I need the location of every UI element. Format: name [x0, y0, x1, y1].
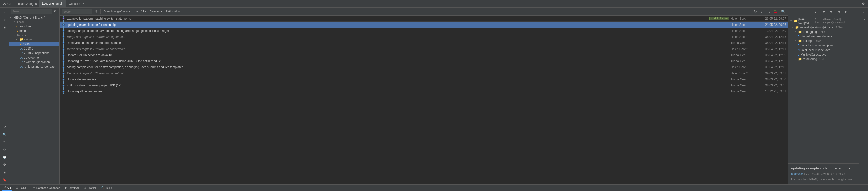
- branch-junit-label: junit-testing-screencast: [24, 65, 55, 69]
- commit-row[interactable]: adding sample code for Javadoc formattin…: [60, 28, 788, 34]
- graph-col: [62, 28, 66, 34]
- commit-row[interactable]: updating example code for recent tips He…: [60, 22, 788, 28]
- debugging-count: 1 file: [819, 30, 825, 33]
- status-todo[interactable]: ☑ TODO: [15, 185, 29, 191]
- file-multiple-carets[interactable]: C MultipleCarets.java: [788, 52, 859, 57]
- branch-icon-dev: ⎇: [20, 56, 23, 59]
- search-left-button[interactable]: 🔍: [1, 131, 8, 138]
- changed-files-panel: ⇤ ↶ ↷ ⊞ ⊟ ≡ ▾ 📁 java-samples 5 files ~/P…: [788, 7, 859, 185]
- branch-sandbox[interactable]: 🏷 sandbox: [9, 24, 59, 29]
- branch-sidebar: ⚙ ▾ HEAD (Current Branch) ▾ Local 🏷 sand…: [9, 7, 60, 185]
- commit-row[interactable]: adding sample code for postfix completio…: [60, 64, 788, 70]
- commit-row[interactable]: Update GitHub actions to Java 18 Trisha …: [60, 52, 788, 58]
- commits-list: example for pattern matching switch stat…: [60, 16, 788, 185]
- expand-left-btn[interactable]: ⇤: [812, 8, 819, 16]
- branch-junit[interactable]: ⎇ junit-testing-screencast: [9, 64, 59, 69]
- local-arrow: ▾: [13, 21, 16, 23]
- refresh-commits-btn[interactable]: ↻: [753, 9, 758, 14]
- folder-refactoring[interactable]: ▾ 📁 refactoring 1 file: [788, 57, 859, 61]
- commit-row[interactable]: Merge pull request #18 from trishagee/ma…: [60, 46, 788, 52]
- src-path[interactable]: ▾ 📁 src/main/java/com/jetbrains 5 files: [788, 25, 859, 30]
- folder-editing[interactable]: ▾ 📁 editing 3 files: [788, 39, 859, 43]
- star-toolbar-button[interactable]: ☆: [1, 146, 8, 153]
- branch-development-label: development: [24, 56, 41, 59]
- branch-main-local[interactable]: ★ main: [9, 29, 59, 33]
- remote-section-header[interactable]: ▾ Remote: [9, 33, 59, 37]
- date-filter[interactable]: Date: All ‣: [149, 9, 163, 13]
- settings-left-button[interactable]: ⚙: [1, 161, 8, 168]
- folder-icon-editing: 📁: [798, 39, 802, 43]
- settings-button[interactable]: ⚙: [860, 0, 867, 7]
- cherrypick-btn[interactable]: 🍒: [773, 9, 779, 14]
- status-terminal[interactable]: ▶ Terminal: [64, 185, 80, 191]
- commit-row[interactable]: Updating all dependencies Trisha Gee 17.…: [60, 88, 788, 94]
- diff-btn[interactable]: ⊞: [835, 8, 842, 16]
- filter-settings-btn[interactable]: ⚙: [93, 9, 98, 14]
- folder-debugging[interactable]: ▾ 📁 debugging 1 file: [788, 30, 859, 34]
- branch-filter[interactable]: Branch: origin/main ‣: [103, 9, 131, 13]
- pencil-button[interactable]: ✏: [1, 138, 8, 145]
- commit-date: 13.04.22, 21:49: [756, 29, 786, 33]
- commit-row[interactable]: Merge pull request #16 from trishagee/ma…: [60, 70, 788, 76]
- commit-row[interactable]: example for pattern matching switch stat…: [60, 16, 788, 22]
- file-javadoc-formatting[interactable]: C JavadocFormatting.java: [788, 43, 859, 48]
- file-single-line-lambda[interactable]: C SingleLineLambda.java: [788, 34, 859, 39]
- sidebar-settings-btn[interactable]: ⚙: [52, 8, 58, 14]
- debugging-expand: ▾: [795, 31, 797, 33]
- tab-git[interactable]: ⎇ Git: [0, 0, 14, 7]
- branch-2018-2[interactable]: ⎇ 2018-2: [9, 46, 59, 51]
- local-section-header[interactable]: ▾ Local: [9, 20, 59, 24]
- vcs-button[interactable]: ⎇: [1, 123, 8, 130]
- branch-main-remote[interactable]: ★ main: [9, 42, 59, 46]
- bookmark-button[interactable]: 🔖: [1, 176, 8, 184]
- file-tree-area: ▾ 📁 java-samples 5 files ~/Projects/inte…: [788, 17, 859, 164]
- refresh-button[interactable]: ↻: [1, 16, 8, 23]
- commit-author: Trisha Gee: [731, 84, 756, 87]
- group-btn[interactable]: ≡: [850, 8, 858, 16]
- status-git[interactable]: ⎇ Git: [2, 185, 12, 191]
- status-profiler-label: Profiler: [87, 187, 96, 190]
- project-root[interactable]: ▾ 📁 java-samples 5 files ~/Projects/inte…: [788, 17, 859, 25]
- undo-btn[interactable]: ↶: [820, 8, 827, 16]
- expand-all-button[interactable]: ⊞: [1, 24, 8, 31]
- tab-log[interactable]: Log: origin/main: [39, 0, 66, 7]
- push-btn[interactable]: ↑↓: [766, 9, 771, 14]
- user-filter[interactable]: User: All ‣: [132, 9, 147, 13]
- commit-row[interactable]: Updating to Java 18 for Java modules; us…: [60, 58, 788, 64]
- commit-row[interactable]: Merge pull request #19 from trishagee/ma…: [60, 34, 788, 40]
- tab-console[interactable]: Console ✕: [66, 0, 88, 7]
- head-branch[interactable]: ▾ HEAD (Current Branch): [9, 16, 59, 20]
- tab-local-changes[interactable]: Local Changes: [14, 0, 39, 7]
- star-main-icon: ★: [16, 30, 19, 32]
- branch-development[interactable]: ⎇ development: [9, 55, 59, 60]
- log-search-input[interactable]: [62, 9, 92, 15]
- commit-row[interactable]: Update dependencies Trisha Gee 08.03.22,…: [60, 76, 788, 82]
- redo-btn[interactable]: ↷: [828, 8, 835, 16]
- collapse-button[interactable]: ‹: [1, 8, 8, 16]
- status-db[interactable]: 🗃 Database Changes: [32, 185, 61, 191]
- branch-example-git[interactable]: ⎇ example-git-branch: [9, 60, 59, 64]
- tab-console-label: Console: [69, 2, 80, 5]
- expand-right-btn[interactable]: ›: [860, 8, 867, 16]
- status-profiler[interactable]: ⏱ Profiler: [83, 185, 97, 191]
- sidebar-search-input[interactable]: [10, 8, 52, 14]
- left-toolbar: ‹ ↻ ⊞ ⎇ 🔍 ✏ ☆ 🕐 ⚙ ⊟ 🔖: [0, 7, 9, 185]
- layout-button[interactable]: ⊟: [1, 169, 8, 176]
- remote-origin[interactable]: ▾ 📁 origin: [9, 37, 59, 42]
- history-button[interactable]: 🕐: [1, 154, 8, 161]
- fetch-btn[interactable]: ↙: [760, 9, 764, 14]
- status-build[interactable]: 🔨 Build: [100, 185, 113, 191]
- commit-row[interactable]: Kotlin module now uses project JDK (17).…: [60, 82, 788, 88]
- branch-2018-2-inspections[interactable]: ⎇ 2018-2-inspections: [9, 51, 59, 55]
- tab-console-close[interactable]: ✕: [82, 2, 85, 5]
- java-file-icon: C: [798, 35, 800, 38]
- status-db-label: Database Changes: [36, 187, 60, 190]
- search-commits-btn[interactable]: 🔍: [780, 9, 786, 14]
- file-join-lines[interactable]: C JoinLinesOfCode.java: [788, 48, 859, 52]
- paths-filter[interactable]: Paths: All ‣: [165, 9, 181, 13]
- tag-badge: » origin & main: [709, 17, 729, 21]
- filter-btn[interactable]: ⊟: [843, 8, 850, 16]
- src-expand: ▾: [792, 26, 794, 29]
- collapse-sections-btn[interactable]: ⇥: [860, 16, 867, 23]
- commit-row[interactable]: Removed untainted/tainted code sample. T…: [60, 40, 788, 46]
